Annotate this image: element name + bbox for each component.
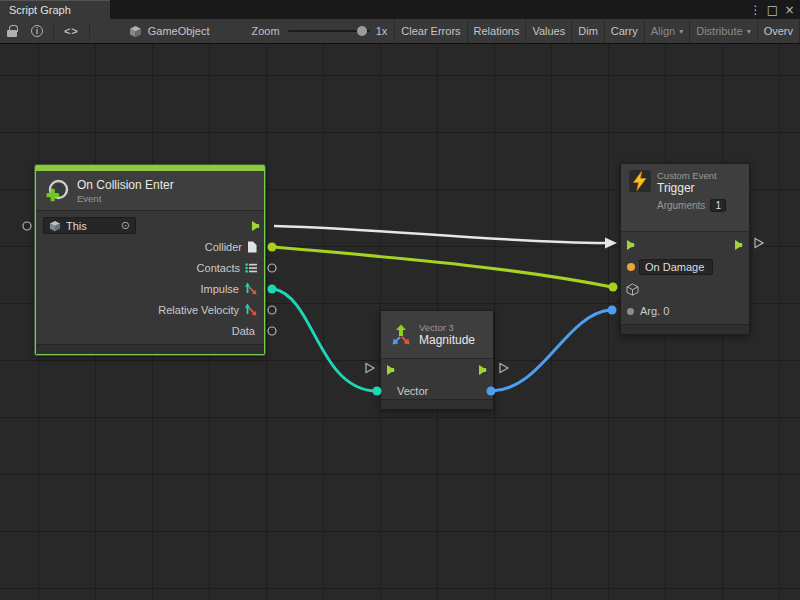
arg0-port[interactable]	[627, 308, 634, 315]
collider-icon	[247, 241, 257, 253]
window-tab-bar: Script Graph ⋮ □ ×	[0, 0, 800, 19]
gameobject-cube-icon	[626, 283, 639, 296]
distribute-dropdown[interactable]: Distribute ▾	[690, 19, 757, 43]
row-contacts: Contacts	[36, 257, 264, 278]
chevron-down-icon: ▾	[747, 27, 751, 36]
event-name-input[interactable]: On Damage	[639, 259, 713, 275]
gameobject-label: GameObject	[148, 25, 210, 37]
relations-button[interactable]: Relations	[468, 19, 527, 43]
lock-toggle[interactable]	[0, 19, 24, 43]
arguments-label: Arguments	[657, 200, 705, 211]
object-picker-icon: ⊙	[121, 219, 130, 232]
row-relative-velocity: Relative Velocity	[36, 299, 264, 320]
zoom-slider-handle[interactable]	[357, 26, 367, 36]
values-button[interactable]: Values	[526, 19, 572, 43]
code-view-button[interactable]: <>	[57, 19, 86, 43]
gameobject-cube-icon	[49, 220, 61, 232]
window-controls: ⋮ □ ×	[747, 0, 798, 19]
node-vector3-magnitude[interactable]: Vector 3 Magnitude Vector	[380, 310, 494, 410]
row-flow	[621, 234, 749, 256]
info-button[interactable]: i	[24, 19, 50, 43]
zoom-value: 1x	[376, 25, 388, 37]
close-icon[interactable]: ×	[781, 1, 798, 18]
tab-title: Script Graph	[9, 4, 71, 16]
node-subtitle: Event	[77, 193, 174, 204]
arg0-label: Arg. 0	[640, 305, 669, 317]
collision-event-icon	[44, 178, 70, 204]
toolbar-separator	[89, 24, 90, 39]
zoom-label: Zoom	[251, 25, 279, 37]
row-arg0: Arg. 0	[621, 300, 749, 322]
overview-button[interactable]: Overv	[758, 19, 800, 43]
lightning-icon	[629, 170, 651, 192]
control-output-port[interactable]	[479, 365, 487, 375]
toolbar-separator	[53, 24, 54, 39]
vector-axes-icon	[244, 303, 257, 316]
row-impulse: Impulse	[36, 278, 264, 299]
gameobject-breadcrumb[interactable]: GameObject	[129, 19, 210, 43]
row-data: Data	[36, 320, 264, 341]
code-icon: <>	[64, 25, 79, 37]
node-title: On Collision Enter	[77, 178, 174, 193]
node-footer	[36, 344, 264, 354]
target-gameobject-field[interactable]: This ⊙	[43, 217, 136, 234]
row-vector-input: Vector	[381, 380, 493, 401]
row-flow	[381, 359, 493, 380]
align-dropdown[interactable]: Align ▾	[645, 19, 690, 43]
tab-script-graph[interactable]: Script Graph	[0, 0, 110, 19]
graph-toolbar: i <> GameObject Zoom 1x Clear Errors Rel…	[0, 19, 800, 44]
info-icon: i	[31, 25, 43, 37]
row-target	[621, 278, 749, 300]
gameobject-cube-icon	[129, 25, 142, 38]
row-event-name: On Damage	[621, 256, 749, 278]
maximize-icon[interactable]: □	[764, 1, 781, 18]
node-custom-event-trigger[interactable]: Custom Event Trigger Arguments 1 On Dama…	[620, 163, 750, 335]
arguments-count-input[interactable]: 1	[710, 199, 726, 212]
vector-axes-icon	[244, 282, 257, 295]
row-target: This ⊙	[36, 215, 264, 236]
chevron-down-icon: ▾	[679, 27, 683, 36]
node-on-collision-enter[interactable]: On Collision Enter Event This ⊙ Collider	[35, 165, 265, 355]
lock-icon	[7, 30, 17, 37]
dim-button[interactable]: Dim	[572, 19, 605, 43]
list-icon	[245, 263, 257, 273]
control-input-port[interactable]	[627, 240, 635, 250]
target-value: This	[66, 220, 87, 232]
event-name-port[interactable]	[627, 263, 635, 271]
vector3-icon	[389, 323, 413, 347]
clear-errors-button[interactable]: Clear Errors	[395, 19, 467, 43]
control-input-port[interactable]	[387, 365, 395, 375]
node-type-label: Vector 3	[419, 322, 475, 333]
node-footer	[381, 399, 493, 409]
row-collider: Collider	[36, 236, 264, 257]
node-title: Magnitude	[419, 333, 475, 348]
node-type-label: Custom Event	[657, 170, 717, 181]
node-footer	[621, 324, 749, 334]
window-menu-icon[interactable]: ⋮	[747, 1, 764, 18]
toolbar-buttons: Clear Errors Relations Values Dim Carry …	[394, 19, 800, 43]
control-output-port[interactable]	[735, 240, 743, 250]
carry-button[interactable]: Carry	[605, 19, 645, 43]
zoom-slider[interactable]	[288, 25, 370, 37]
node-title: Trigger	[657, 181, 717, 196]
control-output-port[interactable]	[252, 221, 260, 231]
